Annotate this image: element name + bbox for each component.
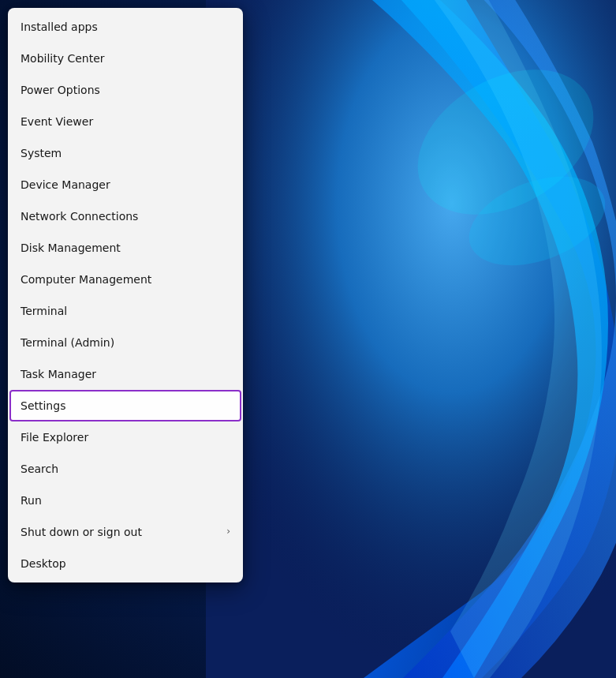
menu-item-computer-management[interactable]: Computer Management bbox=[8, 264, 243, 295]
submenu-arrow-icon: › bbox=[226, 526, 230, 538]
menu-item-disk-management[interactable]: Disk Management bbox=[8, 232, 243, 264]
menu-item-label: Mobility Center bbox=[21, 51, 105, 66]
menu-item-run[interactable]: Run bbox=[8, 485, 243, 516]
desktop-swirl bbox=[206, 0, 616, 678]
menu-item-search[interactable]: Search bbox=[8, 453, 243, 485]
menu-item-shut-down-or-sign-out[interactable]: Shut down or sign out› bbox=[8, 516, 243, 548]
menu-item-installed-apps[interactable]: Installed apps bbox=[8, 11, 243, 43]
menu-item-label: Task Manager bbox=[21, 367, 96, 381]
menu-item-file-explorer[interactable]: File Explorer bbox=[8, 421, 243, 453]
menu-item-terminal-admin[interactable]: Terminal (Admin) bbox=[8, 327, 243, 358]
menu-item-label: Shut down or sign out bbox=[21, 525, 142, 539]
menu-item-network-connections[interactable]: Network Connections bbox=[8, 200, 243, 232]
menu-item-label: System bbox=[21, 146, 62, 160]
menu-item-label: Event Viewer bbox=[21, 114, 93, 129]
menu-item-desktop[interactable]: Desktop bbox=[8, 548, 243, 579]
menu-item-label: Desktop bbox=[21, 556, 66, 571]
menu-item-label: Device Manager bbox=[21, 178, 110, 192]
menu-item-system[interactable]: System bbox=[8, 137, 243, 169]
menu-item-label: File Explorer bbox=[21, 430, 88, 444]
menu-item-label: Run bbox=[21, 493, 42, 508]
menu-item-terminal[interactable]: Terminal bbox=[8, 295, 243, 327]
menu-item-label: Terminal (Admin) bbox=[21, 335, 114, 350]
menu-item-task-manager[interactable]: Task Manager bbox=[8, 358, 243, 390]
menu-item-label: Search bbox=[21, 462, 58, 476]
menu-item-settings[interactable]: Settings bbox=[9, 390, 241, 421]
context-menu: Installed appsMobility CenterPower Optio… bbox=[8, 8, 243, 582]
menu-item-label: Computer Management bbox=[21, 272, 151, 287]
menu-item-label: Power Options bbox=[21, 83, 100, 97]
menu-item-device-manager[interactable]: Device Manager bbox=[8, 169, 243, 200]
menu-item-label: Installed apps bbox=[21, 20, 98, 34]
menu-item-label: Settings bbox=[21, 399, 65, 413]
menu-item-mobility-center[interactable]: Mobility Center bbox=[8, 43, 243, 74]
menu-item-label: Terminal bbox=[21, 304, 67, 318]
menu-item-label: Network Connections bbox=[21, 209, 138, 223]
menu-item-label: Disk Management bbox=[21, 241, 121, 255]
menu-item-power-options[interactable]: Power Options bbox=[8, 74, 243, 106]
menu-item-event-viewer[interactable]: Event Viewer bbox=[8, 106, 243, 137]
